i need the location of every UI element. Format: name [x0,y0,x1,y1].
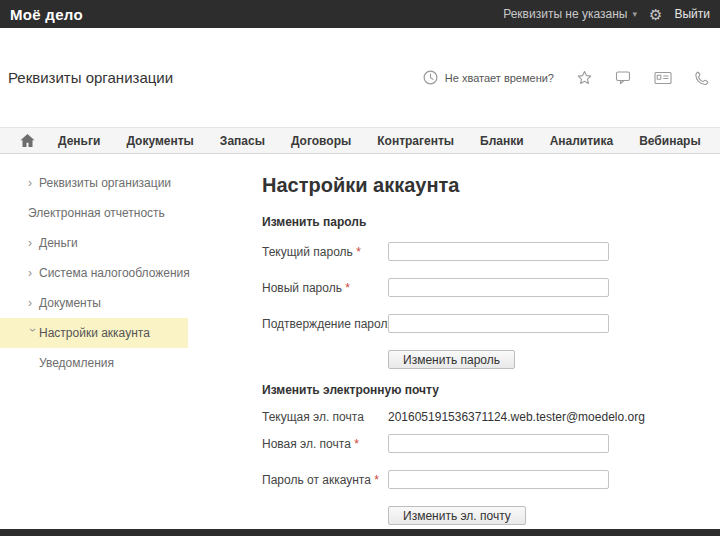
sidebar-item-e-reporting[interactable]: Электронная отчетность [0,198,188,228]
sidebar-item-tax-system[interactable]: ›Система налогообложения [0,258,188,288]
sidebar: ›Реквизиты организации Электронная отчет… [0,154,240,378]
gear-icon[interactable]: ⚙ [649,7,662,22]
current-email-label: Текущая эл. почта [262,410,388,424]
sidebar-item-notifications[interactable]: Уведомления [0,348,188,378]
current-email-value: 201605191536371124.web.tester@moedelo.or… [388,410,645,424]
sidebar-item-money[interactable]: ›Деньги [0,228,188,258]
sidebar-item-label: Деньги [39,236,78,250]
nav-item-reports[interactable]: Отчеты [714,134,720,148]
sidebar-item-documents[interactable]: ›Документы [0,288,188,318]
account-password-label: Пароль от аккаунта * [262,473,388,487]
sidebar-item-account-settings[interactable]: ›Настройки аккаунта [0,318,188,348]
nav-item-forms[interactable]: Бланки [467,134,537,148]
current-email-row: Текущая эл. почта 201605191536371124.web… [262,410,720,424]
new-email-label: Новая эл. почта * [262,437,388,451]
nav-item-counterparties[interactable]: Контрагенты [364,134,467,148]
chevron-down-icon: ▾ [632,10,637,19]
topbar-right: Реквизиты не указаны ▾ ⚙ Выйти [503,7,710,22]
phone-icon[interactable] [694,70,710,86]
new-email-input[interactable] [388,434,609,453]
account-password-input[interactable] [388,470,609,489]
clock-icon [423,70,438,85]
new-password-label: Новый пароль * [262,281,388,295]
logo[interactable]: Моё дело [10,6,83,23]
requisites-status-label: Реквизиты не указаны [503,7,627,21]
nav-item-documents[interactable]: Документы [113,134,206,148]
required-mark: * [345,281,350,295]
sidebar-item-label: Настройки аккаунта [39,326,150,340]
confirm-password-row: Подтверждение пароля * [262,314,720,333]
sidebar-item-label: Система налогообложения [39,266,190,280]
header-actions: Не хватает времени? [423,70,710,86]
confirm-password-input[interactable] [388,314,609,333]
content-title: Настройки аккаунта [262,174,720,197]
confirm-password-label: Подтверждение пароля * [262,317,388,331]
no-time-help-link[interactable]: Не хватает времени? [423,70,554,85]
sidebar-item-label: Уведомления [39,356,114,370]
nav-item-money[interactable]: Деньги [45,134,113,148]
new-email-row: Новая эл. почта * [262,434,720,453]
change-email-heading: Изменить электронную почту [262,383,720,397]
page-title: Реквизиты организации [8,69,173,86]
contact-card-icon[interactable] [654,71,672,85]
chevron-right-icon: › [28,258,39,288]
new-password-row: Новый пароль * [262,278,720,297]
required-mark: * [354,437,359,451]
requisites-status-dropdown[interactable]: Реквизиты не указаны ▾ [503,7,637,21]
chevron-right-icon: › [28,288,39,318]
nav-item-contracts[interactable]: Договоры [278,134,364,148]
current-password-label: Текущий пароль * [262,245,388,259]
logout-link[interactable]: Выйти [674,7,710,21]
footer-bar [0,529,720,536]
new-password-input[interactable] [388,278,609,297]
no-time-help-label: Не хватает времени? [445,72,554,84]
nav-item-webinars[interactable]: Вебинары [626,134,713,148]
account-password-row: Пароль от аккаунта * [262,470,720,489]
required-mark: * [356,245,361,259]
chevron-right-icon: › [28,228,39,258]
change-password-button[interactable]: Изменить пароль [388,350,515,369]
sidebar-item-org-details[interactable]: ›Реквизиты организации [0,168,188,198]
current-password-input[interactable] [388,242,609,261]
topbar: Моё дело Реквизиты не указаны ▾ ⚙ Выйти [0,0,720,28]
main-nav: Деньги Документы Запасы Договоры Контраг… [0,127,720,154]
nav-item-inventory[interactable]: Запасы [207,134,278,148]
chevron-right-icon: › [28,168,39,198]
page: Моё дело Реквизиты не указаны ▾ ⚙ Выйти … [0,0,720,536]
chevron-down-icon: › [18,328,48,339]
sidebar-item-label: Реквизиты организации [39,176,171,190]
header: Реквизиты организации Не хватает времени… [0,28,720,127]
change-password-heading: Изменить пароль [262,215,720,229]
home-icon[interactable] [10,134,45,147]
body: ›Реквизиты организации Электронная отчет… [0,154,720,536]
star-icon[interactable] [576,70,593,86]
current-password-row: Текущий пароль * [262,242,720,261]
change-email-button[interactable]: Изменить эл. почту [388,506,526,525]
sidebar-item-label: Электронная отчетность [28,206,165,220]
required-mark: * [374,473,379,487]
sidebar-item-label: Документы [39,296,101,310]
main-content: Настройки аккаунта Изменить пароль Текущ… [240,154,720,536]
chat-icon[interactable] [615,70,632,85]
nav-item-analytics[interactable]: Аналитика [537,134,627,148]
